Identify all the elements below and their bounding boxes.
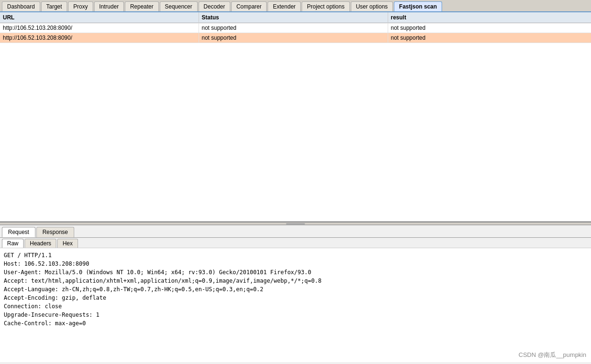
cell-status: not supported bbox=[199, 23, 388, 33]
panel-tab-request[interactable]: Request bbox=[2, 227, 35, 237]
table-row[interactable]: http://106.52.103.208:8090/not supported… bbox=[0, 33, 591, 43]
tab-extender[interactable]: Extender bbox=[268, 1, 301, 11]
request-line: GET / HTTP/1.1 bbox=[4, 251, 587, 260]
request-content[interactable]: GET / HTTP/1.1Host: 106.52.103.208:8090U… bbox=[0, 248, 591, 362]
request-line: Accept-Encoding: gzip, deflate bbox=[4, 294, 587, 302]
tab-sequencer[interactable]: Sequencer bbox=[160, 1, 198, 11]
cell-url: http://106.52.103.208:8090/ bbox=[0, 33, 199, 43]
panel-tab-response[interactable]: Response bbox=[36, 227, 74, 237]
cell-result: not supported bbox=[388, 23, 591, 33]
tab-intruder[interactable]: Intruder bbox=[94, 1, 124, 11]
request-line: Accept-Language: zh-CN,zh;q=0.8,zh-TW;q=… bbox=[4, 285, 587, 294]
table-row[interactable]: http://106.52.103.208:8090/not supported… bbox=[0, 23, 591, 33]
col-header-status: Status bbox=[199, 12, 388, 23]
tab-dashboard[interactable]: Dashboard bbox=[2, 1, 40, 11]
results-table-container[interactable]: URLStatusresult http://106.52.103.208:80… bbox=[0, 12, 591, 222]
sub-tab-headers[interactable]: Headers bbox=[25, 239, 56, 248]
cell-status: not supported bbox=[199, 33, 388, 43]
request-line: Upgrade-Insecure-Requests: 1 bbox=[4, 311, 587, 319]
sub-tab-bar: RawHeadersHex bbox=[0, 238, 591, 248]
divider-handle bbox=[286, 223, 305, 225]
main-tab-bar: DashboardTargetProxyIntruderRepeaterSequ… bbox=[0, 0, 591, 12]
tab-user-options[interactable]: User options bbox=[351, 1, 393, 11]
col-header-result: result bbox=[388, 12, 591, 23]
request-line: Cache-Control: max-age=0 bbox=[4, 319, 587, 328]
col-header-url: URL bbox=[0, 12, 199, 23]
sub-tab-hex[interactable]: Hex bbox=[57, 239, 78, 248]
request-line: Host: 106.52.103.208:8090 bbox=[4, 260, 587, 268]
tab-target[interactable]: Target bbox=[41, 1, 67, 11]
tab-repeater[interactable]: Repeater bbox=[125, 1, 158, 11]
bottom-panel: RequestResponse RawHeadersHex GET / HTTP… bbox=[0, 225, 591, 362]
tab-decoder[interactable]: Decoder bbox=[199, 1, 230, 11]
request-line: User-Agent: Mozilla/5.0 (Windows NT 10.0… bbox=[4, 268, 587, 277]
request-line: Accept: text/html,application/xhtml+xml,… bbox=[4, 277, 587, 285]
cell-result: not supported bbox=[388, 33, 591, 43]
watermark: CSDN @南瓜__pumpkin bbox=[519, 351, 586, 359]
main-content: URLStatusresult http://106.52.103.208:80… bbox=[0, 12, 591, 362]
request-line: Connection: close bbox=[4, 302, 587, 311]
tab-project-options[interactable]: Project options bbox=[302, 1, 349, 11]
tab-proxy[interactable]: Proxy bbox=[68, 1, 93, 11]
tab-fastjson-scan[interactable]: Fastjson scan bbox=[394, 1, 442, 11]
results-table: URLStatusresult http://106.52.103.208:80… bbox=[0, 12, 591, 43]
tab-comparer[interactable]: Comparer bbox=[231, 1, 267, 11]
panel-tab-bar: RequestResponse bbox=[0, 225, 591, 238]
cell-url: http://106.52.103.208:8090/ bbox=[0, 23, 199, 33]
sub-tab-raw[interactable]: Raw bbox=[2, 239, 24, 248]
